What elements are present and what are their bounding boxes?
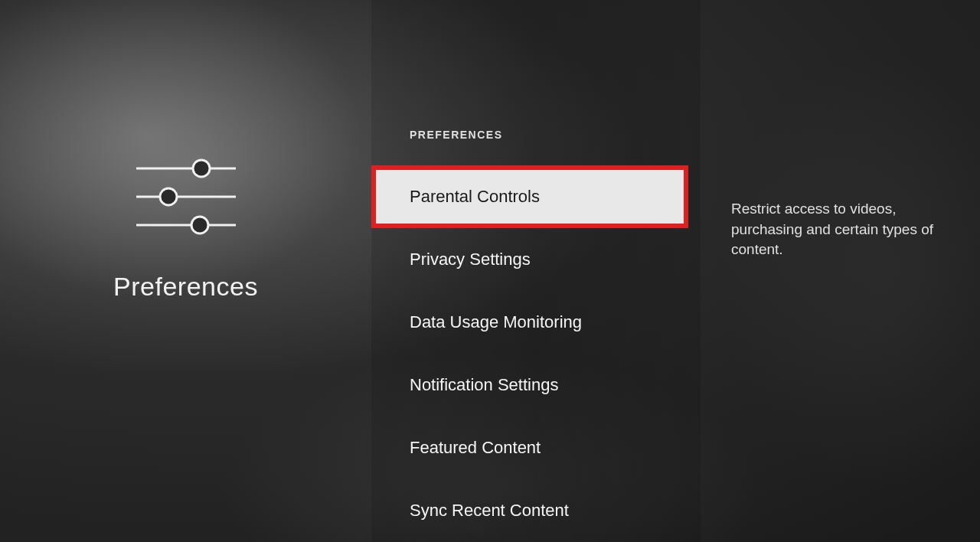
page-title: Preferences: [113, 272, 258, 302]
menu-item-label: Sync Recent Content: [410, 501, 569, 521]
svg-point-1: [193, 160, 210, 177]
item-description: Restrict access to videos, purchasing an…: [731, 199, 949, 260]
menu-item-parental-controls[interactable]: Parental Controls: [371, 165, 688, 228]
menu-item-label: Featured Content: [410, 438, 541, 458]
menu-item-label: Privacy Settings: [410, 250, 531, 269]
svg-point-3: [160, 188, 177, 205]
menu-item-data-usage-monitoring[interactable]: Data Usage Monitoring: [371, 291, 701, 354]
section-header: PREFERENCES: [371, 129, 701, 165]
menu-panel: PREFERENCES Parental Controls Privacy Se…: [371, 0, 701, 542]
menu-item-privacy-settings[interactable]: Privacy Settings: [371, 228, 701, 291]
category-panel: Preferences: [0, 0, 371, 542]
menu-item-featured-content[interactable]: Featured Content: [371, 416, 701, 479]
menu-item-sync-recent-content[interactable]: Sync Recent Content: [371, 479, 701, 542]
menu-item-label: Notification Settings: [410, 375, 558, 395]
menu-item-notification-settings[interactable]: Notification Settings: [371, 354, 701, 416]
menu-item-label: Parental Controls: [410, 187, 540, 207]
sliders-icon: [132, 149, 240, 241]
menu-item-label: Data Usage Monitoring: [410, 312, 582, 332]
description-panel: Restrict access to videos, purchasing an…: [701, 0, 980, 542]
svg-point-5: [191, 217, 208, 233]
